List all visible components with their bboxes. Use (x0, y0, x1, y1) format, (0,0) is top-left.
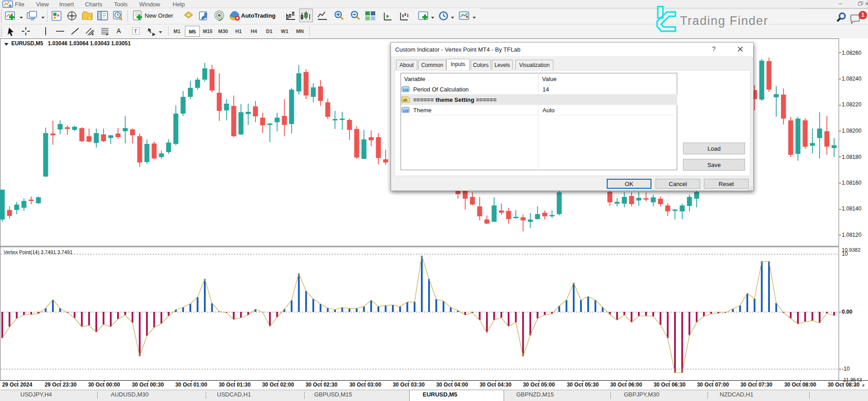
svg-text:T: T (134, 29, 137, 34)
svg-text:123: 123 (403, 109, 409, 113)
svg-text:E: E (92, 33, 94, 36)
svg-text:ab: ab (403, 98, 407, 102)
svg-text:F: F (106, 33, 108, 36)
svg-text:123: 123 (403, 88, 409, 92)
